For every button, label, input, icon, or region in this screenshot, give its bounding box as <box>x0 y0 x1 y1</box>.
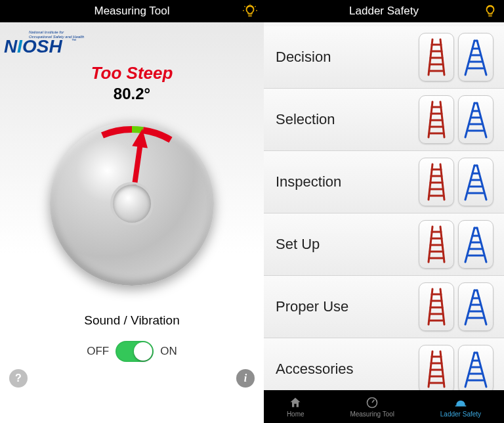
step-ladder-button[interactable] <box>458 282 494 331</box>
tab-bar: Home Measuring Tool Ladder Safety <box>264 390 504 423</box>
svg-line-28 <box>465 103 474 137</box>
step-ladder-button[interactable] <box>458 345 494 393</box>
titlebar-right: Ladder Safety <box>264 0 504 22</box>
svg-text:N: N <box>4 36 18 55</box>
tab-label: Measuring Tool <box>350 411 394 418</box>
step-ladder-button[interactable] <box>458 33 494 81</box>
tab-label: Ladder Safety <box>440 411 481 418</box>
menu-row-setup: Set Up <box>264 213 504 276</box>
help-button[interactable]: ? <box>9 369 28 388</box>
titlebar-left: Measuring Tool <box>0 0 264 22</box>
menu-label: Selection <box>276 111 335 128</box>
step-ladder-button[interactable] <box>458 95 494 144</box>
lightbulb-icon[interactable] <box>483 4 497 18</box>
svg-text:OSH: OSH <box>22 36 62 55</box>
menu-label: Set Up <box>276 236 320 253</box>
menu-label: Accessories <box>276 361 354 378</box>
step-ladder-button[interactable] <box>458 220 494 269</box>
sound-vibration-toggle[interactable] <box>116 341 154 362</box>
angle-dial <box>50 122 214 286</box>
svg-line-70 <box>465 290 474 324</box>
svg-line-57 <box>477 228 486 262</box>
svg-text:National Institute for: National Institute for <box>29 30 64 34</box>
menu-label: Decision <box>276 49 331 66</box>
svg-line-42 <box>465 166 474 200</box>
svg-line-56 <box>465 228 474 262</box>
svg-line-15 <box>477 41 486 75</box>
measuring-tool-screen: Measuring Tool National Institute for Oc… <box>0 0 264 423</box>
ladder-safety-screen: Ladder Safety Decision Selection <box>264 0 504 423</box>
extension-ladder-button[interactable] <box>419 95 454 144</box>
menu-row-proper-use: Proper Use <box>264 276 504 338</box>
svg-line-14 <box>465 41 474 75</box>
extension-ladder-button[interactable] <box>419 158 454 206</box>
menu-label: Inspection <box>276 173 341 190</box>
extension-ladder-button[interactable] <box>419 220 454 269</box>
safety-menu: Decision Selection Ins <box>264 22 504 401</box>
extension-ladder-button[interactable] <box>419 282 454 331</box>
titlebar-title: Ladder Safety <box>349 5 419 18</box>
toggle-off-label: OFF <box>87 345 109 358</box>
svg-text:™: ™ <box>72 38 76 43</box>
gauge-icon <box>365 396 379 409</box>
toggle-on-label: ON <box>160 345 177 358</box>
svg-line-84 <box>465 353 474 387</box>
home-icon <box>288 396 303 409</box>
niosh-logo: National Institute for Occupational Safe… <box>4 26 106 58</box>
tab-measuring-tool[interactable]: Measuring Tool <box>350 396 394 418</box>
svg-line-43 <box>477 166 486 200</box>
menu-row-inspection: Inspection <box>264 151 504 213</box>
tab-ladder-safety[interactable]: Ladder Safety <box>440 396 481 418</box>
titlebar-title: Measuring Tool <box>94 5 170 18</box>
svg-line-71 <box>477 290 486 324</box>
info-button[interactable]: i <box>236 369 255 388</box>
svg-line-92 <box>372 399 374 402</box>
tab-home[interactable]: Home <box>287 396 304 418</box>
svg-line-29 <box>477 103 486 137</box>
angle-value: 80.2° <box>0 85 264 103</box>
sound-vibration-toggle-row: OFF ON <box>0 341 264 362</box>
step-ladder-button[interactable] <box>458 158 494 206</box>
svg-line-85 <box>477 353 486 387</box>
lightbulb-icon[interactable] <box>243 4 257 18</box>
sound-vibration-label: Sound / Vibration <box>0 313 264 328</box>
extension-ladder-button[interactable] <box>419 345 454 393</box>
menu-row-decision: Decision <box>264 26 504 89</box>
menu-label: Proper Use <box>276 298 348 315</box>
extension-ladder-button[interactable] <box>419 33 454 81</box>
angle-status: Too Steep <box>0 63 264 83</box>
hardhat-icon <box>453 396 468 409</box>
menu-row-selection: Selection <box>264 89 504 151</box>
tab-label: Home <box>287 411 304 418</box>
